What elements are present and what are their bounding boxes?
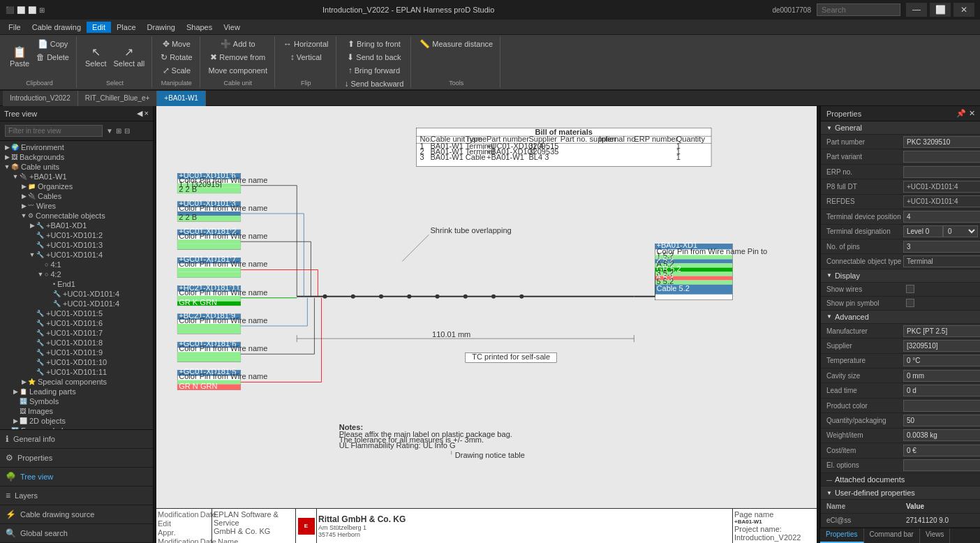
temperature-input[interactable] <box>903 355 980 366</box>
product-color-input[interactable] <box>903 400 980 412</box>
supplier-input[interactable] <box>903 340 980 352</box>
connector-hc21-xd181-11[interactable]: +HC21-XD181:11 Color Pin from Wire name … <box>177 283 267 306</box>
tree-expand-icon[interactable]: ▼ <box>3 163 11 170</box>
select-all-button[interactable]: ↗ Select all <box>111 38 148 77</box>
cavity-size-input[interactable] <box>903 370 980 382</box>
tree-expand-icon[interactable]: ▶ <box>11 417 20 424</box>
erp-no-input[interactable] <box>903 166 980 178</box>
connectable-object-type-input[interactable] <box>903 255 980 267</box>
section-advanced[interactable]: ▼ Advanced <box>821 311 980 324</box>
tree-item[interactable]: 🔧+UC01-XD101:6 <box>0 318 153 328</box>
tree-expand-icon[interactable]: ▼ <box>36 271 45 278</box>
tree-item[interactable]: ▶🔧+BA01-XD1 <box>0 221 153 230</box>
bring-to-front-button[interactable]: ⬆ Bring to front <box>342 38 407 50</box>
delete-button[interactable]: 🗑 Delete <box>34 51 72 64</box>
close-properties-icon[interactable]: ✕ <box>969 109 975 118</box>
vertical-button[interactable]: ↕ Vertical <box>281 51 332 64</box>
section-attached-docs[interactable]: — Attached documents <box>821 473 980 486</box>
tree-expand-icon[interactable]: ▶ <box>3 144 11 151</box>
tree-item[interactable]: ▶🔌Cables <box>0 191 153 201</box>
tree-item[interactable]: ▶〰Wires <box>0 201 153 211</box>
connector-uc01-xd101-6[interactable]: +UC01-XD101:6 Color Pin from Wire name 1… <box>177 171 267 193</box>
move-component-button[interactable]: Move component <box>206 64 270 77</box>
tree-item[interactable]: 🔧+UC01-XD101:8 <box>0 338 153 348</box>
tab-rit-chiller[interactable]: RIT_Chiller_Blue_e+ <box>78 91 158 106</box>
tree-filter-input[interactable] <box>5 125 103 137</box>
tree-item[interactable]: ▼🔌+BA01-W1 <box>0 172 153 181</box>
send-to-back-button[interactable]: ⬇ Send to back <box>342 51 407 64</box>
tree-item[interactable]: •End1 <box>0 279 153 289</box>
rotate-button[interactable]: ↻ Rotate <box>158 51 195 64</box>
tree-expand-icon[interactable]: ▼ <box>11 173 20 180</box>
search-input[interactable] <box>817 3 900 16</box>
tree-expand-icon[interactable]: ▶ <box>28 222 36 229</box>
part-variant-input[interactable] <box>903 151 980 163</box>
move-button[interactable]: ✥ Move <box>158 38 195 50</box>
add-to-button[interactable]: ➕ Add to <box>206 38 270 50</box>
menu-place[interactable]: Place <box>111 22 142 33</box>
tree-item[interactable]: 🔧+UC01-XD101:10 <box>0 357 153 367</box>
tree-item[interactable]: 🔣Symbols <box>0 396 153 406</box>
tree-item[interactable]: ○4:1 <box>0 260 153 269</box>
lead-time-input[interactable] <box>903 385 980 396</box>
minimize-button[interactable]: — <box>906 3 927 17</box>
part-number-input[interactable] <box>903 136 980 148</box>
tree-expand-icon[interactable]: ▶ <box>3 154 11 161</box>
nav-tree-view[interactable]: 🌳 Tree view <box>0 468 153 486</box>
pin-icon[interactable]: 📌 <box>956 109 966 118</box>
tree-expand-icon[interactable]: ▶ <box>20 202 28 209</box>
tree-item[interactable]: 🔧+UC01-XD101:7 <box>0 328 153 338</box>
tree-item[interactable]: ▶📋Leading parts <box>0 387 153 396</box>
tree-item[interactable]: 🔧+UC01-XD101:2 <box>0 230 153 240</box>
nav-properties[interactable]: ⚙ Properties <box>0 449 153 468</box>
terminal-designation-level-select[interactable]: 0 1 2 <box>943 225 978 237</box>
tree-item[interactable]: ▶⭐Special components <box>0 377 153 387</box>
scale-button[interactable]: ⤢ Scale <box>158 64 195 77</box>
tree-item[interactable]: ▶🌍Environment <box>0 142 153 152</box>
tree-item[interactable]: ▼⚙Connectable objects <box>0 211 153 221</box>
tree-expand-icon[interactable]: ▼ <box>20 212 28 219</box>
tab-properties[interactable]: Properties <box>820 528 864 543</box>
show-pin-symbol-checkbox[interactable] <box>906 299 914 307</box>
connector-gc01-xd181-5[interactable]: +GC01-XD181:5 Color Pin from Wire name G… <box>177 367 267 389</box>
paste-button[interactable]: 📋 Paste <box>7 38 32 77</box>
section-user-props[interactable]: ▼ User-defined properties <box>821 486 980 500</box>
tree-item[interactable]: ▶🖼Backgrounds <box>0 152 153 162</box>
send-backward-button[interactable]: ↓ Send backward <box>342 77 407 90</box>
nav-layers[interactable]: ≡ Layers <box>0 486 153 505</box>
horizontal-button[interactable]: ↔ Horizontal <box>281 38 332 50</box>
el-options-input[interactable] <box>903 459 980 471</box>
tab-ba01-w1[interactable]: +BA01-W1 <box>157 91 206 106</box>
nav-cable-drawing-source[interactable]: ⚡ Cable drawing source <box>0 505 153 524</box>
tree-item[interactable]: 🖼Images <box>0 406 153 416</box>
select-button[interactable]: ↖ Select <box>82 38 110 77</box>
measure-distance-button[interactable]: 📏 Measure distance <box>417 38 496 50</box>
nav-global-search[interactable]: 🔍 Global search <box>0 524 153 543</box>
tree-collapse-all-icon[interactable]: ⊟ <box>124 127 130 135</box>
show-wires-checkbox[interactable] <box>906 285 914 293</box>
tree-item[interactable]: 🔧+UC01-XD101:5 <box>0 308 153 318</box>
remove-from-button[interactable]: ✖ Remove from <box>206 51 270 64</box>
tree-expand-icon[interactable]: ▶ <box>20 193 28 200</box>
connector-gc01-xd181-7[interactable]: +GC01-XD181:7 Color Pin from Wire name <box>177 255 267 277</box>
terminal-device-position-input[interactable] <box>903 211 980 223</box>
p8-full-dt-input[interactable] <box>903 181 980 193</box>
terminal-designation-input[interactable] <box>903 225 943 237</box>
tree-item[interactable]: 🔧+UC01-XD101:3 <box>0 240 153 250</box>
tree-item[interactable]: ▶📁Organizes <box>0 181 153 191</box>
quantity-packaging-input[interactable] <box>903 415 980 426</box>
copy-button[interactable]: 📄 Copy <box>34 38 72 50</box>
connector-ba01-xd1[interactable]: +BA01-XD1 Color Pin from Wire name Pin t… <box>655 241 768 299</box>
tree-collapse-icon[interactable]: ◀ <box>137 109 142 118</box>
connector-gc01-xd181-6[interactable]: +GC01-XD181:6 Color Pin from Wire name <box>177 339 267 362</box>
menu-shapes[interactable]: Shapes <box>181 22 218 33</box>
weight-item-input[interactable] <box>903 429 980 441</box>
menu-drawing[interactable]: Drawing <box>142 22 181 33</box>
tree-filter-icon[interactable]: ▼ <box>106 127 113 135</box>
tree-item[interactable]: ▼🔧+UC01-XD101:4 <box>0 250 153 260</box>
refdes-input[interactable] <box>903 195 980 207</box>
tree-expand-icon[interactable]: ▼ <box>28 251 36 258</box>
menu-edit[interactable]: Edit <box>87 22 111 33</box>
tree-expand-all-icon[interactable]: ⊞ <box>116 127 121 135</box>
nav-general-info[interactable]: ℹ General info <box>0 430 153 449</box>
